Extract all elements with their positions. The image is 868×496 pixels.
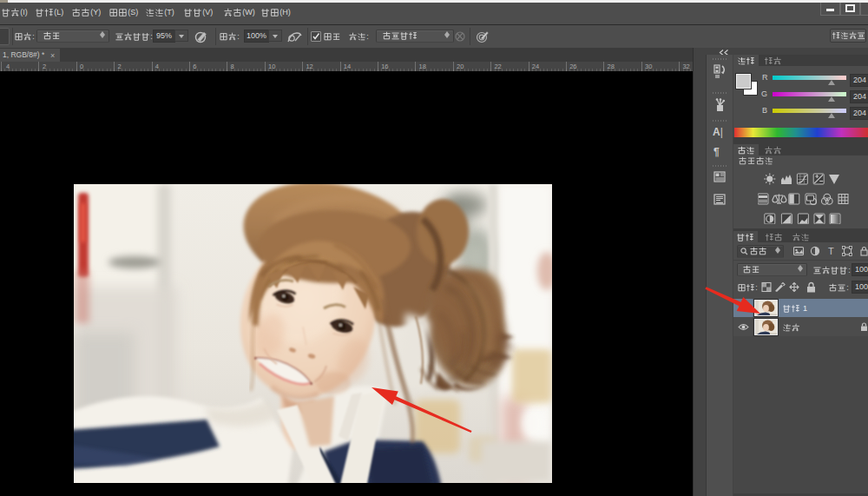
svg-text:T: T (828, 246, 834, 256)
